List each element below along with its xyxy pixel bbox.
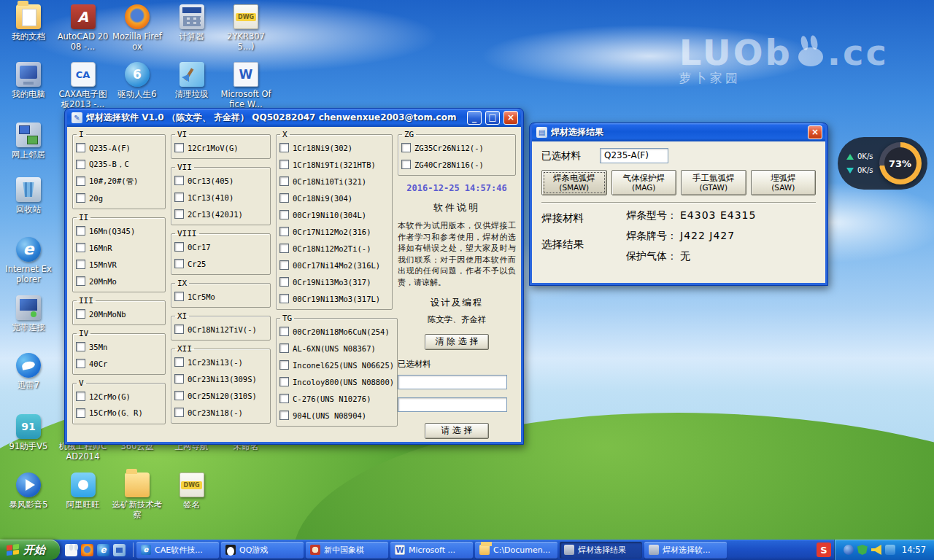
desktop-icon[interactable]: 我的电脑: [3, 62, 54, 99]
material-checkbox[interactable]: 00Cr19Ni10(304L): [279, 206, 389, 223]
selected-material-input-1[interactable]: [398, 375, 507, 389]
desktop-icon[interactable]: 选矿新技术考察: [112, 472, 163, 521]
checkbox-box[interactable]: [76, 359, 85, 368]
material-checkbox[interactable]: 20MnMoNb: [76, 306, 162, 322]
close-button[interactable]: ×: [503, 111, 518, 125]
checkbox-box[interactable]: [279, 260, 289, 270]
checkbox-box[interactable]: [174, 242, 184, 252]
checkbox-box[interactable]: [174, 324, 184, 334]
quick-launch-icon[interactable]: [65, 544, 77, 556]
checkbox-box[interactable]: [76, 226, 85, 236]
material-checkbox[interactable]: 15MnVR: [76, 256, 162, 273]
tray-icon[interactable]: [885, 545, 895, 555]
checkbox-box[interactable]: [76, 276, 85, 286]
checkbox-box[interactable]: [279, 343, 289, 353]
checkbox-box[interactable]: [76, 392, 85, 401]
desktop-icon[interactable]: 网上邻居: [3, 122, 54, 160]
checkbox-box[interactable]: [174, 209, 184, 219]
desktop-icon[interactable]: 清理垃圾: [166, 62, 217, 99]
material-checkbox[interactable]: ZG40Cr28Ni16(-): [401, 156, 512, 173]
checkbox-box[interactable]: [174, 259, 184, 268]
material-checkbox[interactable]: 2Cr13(420J1): [174, 206, 267, 222]
material-checkbox[interactable]: Inconel625(UNS N06625): [279, 357, 394, 373]
material-checkbox[interactable]: 1Cr18Ni9Ti(321HTB): [279, 156, 389, 173]
material-checkbox[interactable]: Incoloy800(UNS N08800): [279, 373, 394, 390]
quick-launch-icon[interactable]: [81, 544, 93, 556]
desktop-icon[interactable]: 阿里旺旺: [58, 472, 109, 510]
material-checkbox[interactable]: 20MnMo: [76, 273, 162, 289]
material-checkbox[interactable]: 20g: [76, 190, 162, 206]
material-checkbox[interactable]: 0Cr18Ni9(304): [279, 190, 389, 206]
desktop-icon[interactable]: 2YKR3075...): [220, 4, 271, 52]
task-button[interactable]: 焊材选择结果: [560, 542, 642, 559]
checkbox-box[interactable]: [279, 394, 289, 403]
desktop-icon[interactable]: AutoCAD 2008 -...: [58, 4, 109, 52]
task-button[interactable]: 焊材选择软...: [644, 542, 727, 559]
checkbox-box[interactable]: [279, 327, 289, 336]
material-checkbox[interactable]: 12CrMo(G): [76, 388, 162, 405]
checkbox-box[interactable]: [279, 176, 289, 186]
material-checkbox[interactable]: 0Cr25Ni20(310S): [174, 387, 267, 404]
material-checkbox[interactable]: 00Cr17Ni14Mo2(316L): [279, 257, 389, 273]
material-checkbox[interactable]: 00Cr20Ni18Mo6CuN(254): [279, 323, 394, 340]
material-checkbox[interactable]: 16MnR: [76, 239, 162, 256]
material-checkbox[interactable]: 0Cr18Ni12TiV(-): [174, 321, 267, 338]
material-checkbox[interactable]: 35Mn: [76, 338, 162, 355]
checkbox-box[interactable]: [76, 408, 85, 418]
checkbox-box[interactable]: [76, 193, 85, 203]
checkbox-box[interactable]: [279, 160, 289, 169]
task-button[interactable]: C:\Documen...: [475, 542, 557, 559]
checkbox-box[interactable]: [174, 176, 184, 185]
maximize-button[interactable]: □: [485, 111, 500, 125]
material-checkbox[interactable]: 0Cr17Ni12Mo2(316): [279, 223, 389, 240]
ime-indicator[interactable]: S: [817, 542, 831, 557]
checkbox-box[interactable]: [174, 192, 184, 202]
material-checkbox[interactable]: 0Cr18Ni12Mo2Ti(-): [279, 240, 389, 257]
welding-method-button[interactable]: 埋弧焊 (SAW): [751, 170, 817, 195]
start-button[interactable]: 开始: [0, 540, 60, 560]
tray-icon[interactable]: [844, 545, 854, 555]
net-speed-widget[interactable]: 0K/s 0K/s 73%: [838, 137, 927, 190]
material-checkbox[interactable]: Q235-B，C: [76, 156, 162, 173]
select-button[interactable]: 请 选 择: [425, 423, 489, 439]
checkbox-box[interactable]: [279, 294, 289, 303]
desktop-icon[interactable]: 驱动人生6: [112, 62, 163, 99]
material-checkbox[interactable]: 904L(UNS N08904): [279, 407, 394, 424]
welding-method-button[interactable]: 焊条电弧焊 (SMAW): [541, 170, 607, 195]
checkbox-box[interactable]: [174, 408, 184, 417]
checkbox-box[interactable]: [76, 143, 85, 152]
checkbox-box[interactable]: [279, 411, 289, 420]
checkbox-box[interactable]: [76, 309, 85, 319]
material-checkbox[interactable]: 00Cr19Ni13Mo3(317L): [279, 290, 389, 307]
material-checkbox[interactable]: 1Cr13(410): [174, 189, 267, 206]
checkbox-box[interactable]: [76, 260, 85, 269]
checkbox-box[interactable]: [401, 143, 411, 152]
desktop-icon[interactable]: 签名: [166, 472, 217, 510]
tray-icon[interactable]: [857, 545, 868, 555]
material-checkbox[interactable]: 0Cr13(405): [174, 172, 267, 189]
material-checkbox[interactable]: AL-6XN(UNS N08367): [279, 340, 394, 357]
checkbox-box[interactable]: [401, 160, 411, 169]
material-checkbox[interactable]: 40Cr: [76, 355, 162, 372]
task-button[interactable]: Microsoft ...: [390, 542, 473, 559]
welding-method-button[interactable]: 气体保护焊 (MAG): [611, 170, 677, 195]
checkbox-box[interactable]: [174, 391, 184, 400]
material-checkbox[interactable]: ZG35Cr26Ni12(-): [401, 139, 512, 156]
checkbox-box[interactable]: [174, 374, 184, 384]
material-checkbox[interactable]: 0Cr18Ni10Ti(321): [279, 173, 389, 190]
minimize-button[interactable]: _: [467, 111, 482, 125]
material-checkbox[interactable]: C-276(UNS N10276): [279, 390, 394, 407]
material-checkbox[interactable]: 0Cr19Ni13Mo3(317): [279, 273, 389, 290]
checkbox-box[interactable]: [174, 357, 184, 367]
selected-material-value[interactable]: Q235-A(F): [600, 148, 668, 163]
desktop-icon[interactable]: 计算器: [166, 4, 217, 42]
result-window-titlebar[interactable]: ▤ 焊材选择结果 ×: [532, 123, 825, 141]
desktop-icon[interactable]: Internet Explorer: [3, 237, 54, 285]
material-checkbox[interactable]: Cr25: [174, 255, 267, 272]
checkbox-box[interactable]: [279, 227, 289, 236]
material-checkbox[interactable]: 1Cr23Ni13(-): [174, 354, 267, 370]
checkbox-box[interactable]: [279, 360, 289, 370]
desktop-icon[interactable]: 91助手V5: [3, 414, 54, 451]
checkbox-box[interactable]: [76, 342, 85, 351]
desktop-icon[interactable]: 宽带连接: [3, 295, 54, 332]
